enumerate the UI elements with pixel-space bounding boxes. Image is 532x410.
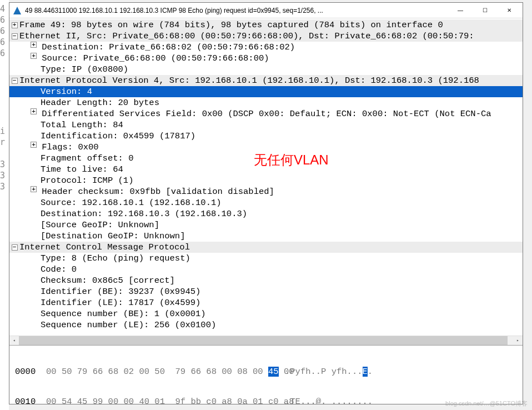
collapse-icon[interactable]: − bbox=[12, 244, 18, 251]
tree-row[interactable]: Sequence number (BE): 1 (0x0001) bbox=[9, 308, 523, 319]
tree-row[interactable]: [Source GeoIP: Unknown] bbox=[9, 219, 523, 231]
tree-row[interactable]: Fragment offset: 0 bbox=[9, 153, 523, 164]
collapse-icon[interactable]: − bbox=[12, 78, 18, 84]
tree-label: Internet Control Message Protocol bbox=[19, 242, 523, 253]
tree-label: Differentiated Services Field: 0x00 (DSC… bbox=[42, 108, 523, 119]
tree-row[interactable]: + Differentiated Services Field: 0x00 (D… bbox=[9, 108, 523, 119]
tree-row[interactable]: Type: 8 (Echo (ping) request) bbox=[9, 253, 523, 264]
expand-icon[interactable]: + bbox=[31, 186, 37, 192]
hex-pane[interactable]: 0000 00 50 79 66 68 02 00 50 79 66 68 00… bbox=[9, 346, 523, 404]
tree-label: Flags: 0x00 bbox=[42, 142, 523, 153]
tree-row[interactable]: Identification: 0x4599 (17817) bbox=[9, 131, 523, 142]
hex-bytes: 00 50 79 66 68 02 00 50 79 66 68 00 08 0… bbox=[46, 367, 285, 377]
tree-row[interactable]: Time to live: 64 bbox=[9, 164, 523, 175]
tree-label: Type: IP (0x0800) bbox=[41, 64, 523, 75]
packet-detail-window: 49 88.446311000 192.168.10.1 192.168.10.… bbox=[9, 2, 523, 404]
packet-tree: +Frame 49: 98 bytes on wire (784 bits), … bbox=[9, 18, 523, 332]
tree-label: Sequence number (LE): 256 (0x0100) bbox=[41, 319, 523, 331]
tree-row[interactable]: Sequence number (LE): 256 (0x0100) bbox=[9, 319, 523, 331]
hex-row[interactable]: 0010 00 54 45 99 00 00 40 01 9f bb c0 a8… bbox=[15, 397, 517, 404]
window-controls: — ☐ ✕ bbox=[448, 3, 521, 18]
main-area: +Frame 49: 98 bytes on wire (784 bits), … bbox=[9, 18, 523, 404]
tree-label: Source: Private_66:68:00 (00:50:79:66:68… bbox=[42, 53, 523, 64]
tree-label: Total Length: 84 bbox=[41, 119, 523, 131]
tree-label: Header Length: 20 bytes bbox=[41, 97, 523, 108]
tree-label: Source: 192.168.10.1 (192.168.10.1) bbox=[41, 197, 523, 208]
tree-label: Type: 8 (Echo (ping) request) bbox=[41, 253, 523, 264]
tree-label: Time to live: 64 bbox=[41, 164, 523, 175]
scroll-left-icon[interactable]: ◂ bbox=[9, 336, 19, 346]
tree-frame-header[interactable]: +Frame 49: 98 bytes on wire (784 bits), … bbox=[9, 19, 523, 31]
expand-icon[interactable]: + bbox=[31, 108, 37, 114]
tree-icmp-header[interactable]: −Internet Control Message Protocol bbox=[9, 242, 523, 253]
tree-row[interactable]: Identifier (LE): 17817 (0x4599) bbox=[9, 297, 523, 308]
tree-row[interactable]: Type: IP (0x0800) bbox=[9, 64, 523, 75]
tree-label: Version: 4 bbox=[41, 86, 523, 97]
hex-row[interactable]: 0000 00 50 79 66 68 02 00 50 79 66 68 00… bbox=[15, 367, 517, 377]
hex-offset: 0010 bbox=[15, 397, 46, 404]
tree-row-selected[interactable]: Version: 4 bbox=[9, 86, 523, 97]
tree-row[interactable]: Total Length: 84 bbox=[9, 119, 523, 131]
tree-row[interactable]: Checksum: 0x86c5 [correct] bbox=[9, 275, 523, 286]
tree-label: [Destination GeoIP: Unknown] bbox=[41, 231, 523, 242]
expand-icon[interactable]: + bbox=[31, 142, 37, 148]
expand-icon[interactable]: + bbox=[31, 53, 37, 59]
tree-row[interactable]: + Source: Private_66:68:00 (00:50:79:66:… bbox=[9, 53, 523, 64]
tree-label: Identifier (LE): 17817 (0x4599) bbox=[41, 297, 523, 308]
tree-label: Identification: 0x4599 (17817) bbox=[41, 131, 523, 142]
svg-marker-0 bbox=[13, 7, 21, 14]
tree-row[interactable]: [Destination GeoIP: Unknown] bbox=[9, 231, 523, 242]
hex-ascii: .Pyfh..P yfh...E. bbox=[285, 367, 373, 377]
horizontal-scrollbar[interactable]: ◂ ▸ bbox=[9, 336, 523, 345]
tree-label: Code: 0 bbox=[41, 264, 523, 275]
tree-label: Internet Protocol Version 4, Src: 192.16… bbox=[19, 75, 523, 86]
title-bar[interactable]: 49 88.446311000 192.168.10.1 192.168.10.… bbox=[9, 3, 523, 18]
tree-row[interactable]: Identifier (BE): 39237 (0x9945) bbox=[9, 286, 523, 297]
expand-icon[interactable]: + bbox=[31, 42, 37, 48]
tree-label: Fragment offset: 0 bbox=[41, 153, 523, 164]
collapse-icon[interactable]: − bbox=[12, 33, 18, 39]
tree-row[interactable]: Destination: 192.168.10.3 (192.168.10.3) bbox=[9, 208, 523, 219]
maximize-button[interactable]: ☐ bbox=[473, 3, 497, 18]
hex-bytes: 00 54 45 99 00 00 40 01 9f bb c0 a8 0a 0… bbox=[46, 397, 285, 404]
hex-ascii: .TE...@. ........ bbox=[285, 397, 373, 404]
tree-eth-header[interactable]: −Ethernet II, Src: Private_66:68:00 (00:… bbox=[9, 31, 523, 42]
scroll-thumb[interactable] bbox=[19, 336, 508, 346]
scroll-right-icon[interactable]: ▸ bbox=[513, 336, 523, 346]
wireshark-icon bbox=[13, 6, 22, 15]
tree-label: Sequence number (BE): 1 (0x0001) bbox=[41, 308, 523, 319]
tree-ip-header[interactable]: −Internet Protocol Version 4, Src: 192.1… bbox=[9, 75, 523, 86]
minimize-button[interactable]: — bbox=[448, 3, 473, 18]
tree-label: Frame 49: 98 bytes on wire (784 bits), 9… bbox=[19, 19, 523, 31]
background-gutter: 46666 ir 333 bbox=[0, 0, 9, 410]
expand-icon[interactable]: + bbox=[12, 22, 18, 28]
tree-label: Protocol: ICMP (1) bbox=[41, 175, 523, 186]
packet-tree-pane[interactable]: +Frame 49: 98 bytes on wire (784 bits), … bbox=[9, 18, 523, 346]
tree-label: Ethernet II, Src: Private_66:68:00 (00:5… bbox=[19, 31, 523, 42]
tree-row[interactable]: + Flags: 0x00 bbox=[9, 142, 523, 153]
tree-label: Checksum: 0x86c5 [correct] bbox=[41, 275, 523, 286]
scroll-track[interactable] bbox=[19, 336, 513, 346]
tree-label: Destination: 192.168.10.3 (192.168.10.3) bbox=[41, 208, 523, 219]
tree-row[interactable]: Source: 192.168.10.1 (192.168.10.1) bbox=[9, 197, 523, 208]
close-button[interactable]: ✕ bbox=[497, 3, 521, 18]
tree-label: Header checksum: 0x9fbb [validation disa… bbox=[42, 186, 523, 197]
tree-label: [Source GeoIP: Unknown] bbox=[41, 219, 523, 231]
window-title: 49 88.446311000 192.168.10.1 192.168.10.… bbox=[25, 7, 448, 14]
tree-row[interactable]: Header Length: 20 bytes bbox=[9, 97, 523, 108]
hex-offset: 0000 bbox=[15, 367, 46, 377]
tree-label: Destination: Private_66:68:02 (00:50:79:… bbox=[42, 42, 523, 53]
tree-row[interactable]: Protocol: ICMP (1) bbox=[9, 175, 523, 186]
tree-row[interactable]: Code: 0 bbox=[9, 264, 523, 275]
tree-label: Identifier (BE): 39237 (0x9945) bbox=[41, 286, 523, 297]
tree-row[interactable]: + Destination: Private_66:68:02 (00:50:7… bbox=[9, 42, 523, 53]
tree-row[interactable]: + Header checksum: 0x9fbb [validation di… bbox=[9, 186, 523, 197]
